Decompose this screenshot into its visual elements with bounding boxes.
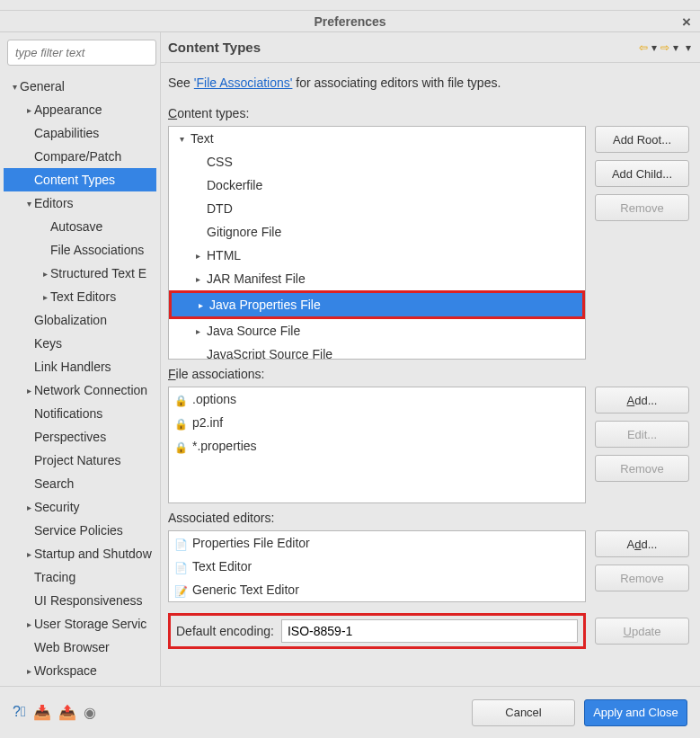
lock-icon xyxy=(174,393,187,405)
tree-item-perspectives[interactable]: Perspectives xyxy=(4,425,156,449)
back-menu-icon[interactable]: ▾ xyxy=(651,41,657,54)
cancel-button[interactable]: Cancel xyxy=(472,699,575,726)
associated-editors-label: Associated editors: xyxy=(168,511,689,525)
tree-item-editors[interactable]: ▾Editors xyxy=(4,191,156,215)
add-assoc-button[interactable]: Add... xyxy=(595,387,689,413)
title-bar: Preferences × xyxy=(0,11,700,32)
tree-item-tracing[interactable]: Tracing xyxy=(4,565,156,589)
generic-editor-icon xyxy=(174,583,187,596)
ct-gitignore[interactable]: Gitignore File xyxy=(169,220,585,244)
tree-item-general[interactable]: ▾General xyxy=(4,75,156,98)
chevron-down-icon: ▾ xyxy=(23,199,34,209)
close-icon[interactable]: × xyxy=(682,13,691,31)
fa-options[interactable]: .options xyxy=(169,387,585,411)
associated-editors-list[interactable]: Properties File Editor Text Editor Gener… xyxy=(168,530,586,602)
chevron-right-icon: ▸ xyxy=(23,386,34,396)
chevron-right-icon: ▸ xyxy=(40,292,50,302)
chevron-right-icon: ▸ xyxy=(196,274,207,284)
forward-menu-icon[interactable]: ▾ xyxy=(673,41,678,54)
ct-css[interactable]: CSS xyxy=(169,150,585,173)
remove-assoc-button: Remove xyxy=(595,455,689,482)
fa-p2inf[interactable]: p2.inf xyxy=(169,411,585,434)
chevron-right-icon: ▸ xyxy=(23,502,34,512)
default-encoding-label: Default encoding: xyxy=(176,624,274,638)
tree-item-globalization[interactable]: Globalization xyxy=(4,308,156,332)
edit-assoc-button: Edit... xyxy=(595,421,689,448)
chevron-right-icon: ▸ xyxy=(196,251,207,261)
tree-item-capabilities[interactable]: Capabilities xyxy=(4,121,156,145)
export-icon[interactable]: 📤 xyxy=(58,704,76,721)
chevron-right-icon: ▸ xyxy=(23,619,34,629)
tree-item-project-natures[interactable]: Project Natures xyxy=(4,449,156,472)
tree-item-content-types[interactable]: Content Types xyxy=(4,168,156,191)
ae-text-editor[interactable]: Text Editor xyxy=(169,555,585,578)
content-types-label: Content types: xyxy=(168,106,689,120)
tree-item-appearance[interactable]: ▸Appearance xyxy=(4,98,156,121)
chevron-down-icon: ▾ xyxy=(180,134,191,144)
remove-type-button: Remove xyxy=(595,194,689,221)
default-encoding-input[interactable] xyxy=(281,619,578,643)
lock-icon xyxy=(174,416,187,429)
tree-item-service-policies[interactable]: Service Policies xyxy=(4,519,156,542)
add-editor-button[interactable]: Add... xyxy=(595,530,689,557)
import-icon[interactable]: 📥 xyxy=(33,704,51,721)
document-icon xyxy=(174,560,187,573)
ae-properties-editor[interactable]: Properties File Editor xyxy=(169,531,585,555)
chevron-right-icon: ▸ xyxy=(40,269,50,279)
tree-item-workspace[interactable]: ▸Workspace xyxy=(4,659,156,679)
view-menu-icon[interactable]: ▾ xyxy=(686,41,691,54)
ct-dtd[interactable]: DTD xyxy=(169,197,585,220)
tree-item-user-storage[interactable]: ▸User Storage Servic xyxy=(4,612,156,636)
chevron-right-icon: ▸ xyxy=(199,300,209,310)
lock-icon xyxy=(174,440,187,452)
add-root-button[interactable]: Add Root... xyxy=(595,126,689,153)
tree-item-autosave[interactable]: Autosave xyxy=(4,215,156,238)
dialog-footer: ?⃝ 📥 📤 ◉ Cancel Apply and Close xyxy=(0,686,700,738)
chevron-right-icon: ▸ xyxy=(196,326,207,336)
add-child-button[interactable]: Add Child... xyxy=(595,160,689,187)
ct-js-source[interactable]: JavaScript Source File xyxy=(169,342,585,360)
chevron-down-icon: ▾ xyxy=(9,82,20,92)
ae-generic-text-editor[interactable]: Generic Text Editor xyxy=(169,578,585,601)
back-arrow-icon[interactable]: ⇦ xyxy=(639,41,648,54)
tree-item-compare-patch[interactable]: Compare/Patch xyxy=(4,145,156,168)
ct-java-properties[interactable]: ▸Java Properties File xyxy=(172,293,582,316)
tree-item-keys[interactable]: Keys xyxy=(4,332,156,355)
forward-arrow-icon[interactable]: ⇨ xyxy=(660,41,669,54)
document-icon xyxy=(174,537,187,549)
tree-item-web-browser[interactable]: Web Browser xyxy=(4,636,156,659)
sidebar: ▾General ▸Appearance Capabilities Compar… xyxy=(0,32,160,686)
help-icon[interactable]: ?⃝ xyxy=(13,704,26,721)
chevron-right-icon: ▸ xyxy=(23,666,34,676)
page-header: Content Types ⇦ ▾ ⇨ ▾ ▾ xyxy=(161,32,700,63)
tree-item-ui-responsiveness[interactable]: UI Responsiveness xyxy=(4,589,156,612)
ct-text[interactable]: ▾Text xyxy=(169,127,585,150)
page-title: Content Types xyxy=(168,40,261,55)
filter-input[interactable] xyxy=(7,40,156,66)
nav-history-icons: ⇦ ▾ ⇨ ▾ ▾ xyxy=(639,41,691,54)
tree-item-notifications[interactable]: Notifications xyxy=(4,402,156,425)
preferences-tree[interactable]: ▾General ▸Appearance Capabilities Compar… xyxy=(4,73,156,679)
fa-properties[interactable]: *.properties xyxy=(169,434,585,458)
tab-strip xyxy=(0,0,700,11)
ct-jar-manifest[interactable]: ▸JAR Manifest File xyxy=(169,267,585,290)
tree-item-link-handlers[interactable]: Link Handlers xyxy=(4,355,156,378)
ct-java-source[interactable]: ▸Java Source File xyxy=(169,319,585,342)
content-types-tree[interactable]: ▾Text CSS Dockerfile DTD Gitignore File … xyxy=(168,126,586,360)
tree-item-security[interactable]: ▸Security xyxy=(4,495,156,519)
file-associations-label: File associations: xyxy=(168,367,689,381)
tree-item-text-editors[interactable]: ▸Text Editors xyxy=(4,285,156,308)
chevron-right-icon: ▸ xyxy=(23,549,34,559)
tree-item-file-associations[interactable]: File Associations xyxy=(4,238,156,262)
file-associations-link[interactable]: 'File Associations' xyxy=(194,76,293,90)
apply-close-button[interactable]: Apply and Close xyxy=(584,699,687,726)
ct-html[interactable]: ▸HTML xyxy=(169,244,585,267)
tree-item-structured-text[interactable]: ▸Structured Text E xyxy=(4,262,156,285)
oomph-icon[interactable]: ◉ xyxy=(84,704,96,721)
file-associations-list[interactable]: .options p2.inf *.properties xyxy=(168,387,586,503)
ct-dockerfile[interactable]: Dockerfile xyxy=(169,173,585,197)
tree-item-network[interactable]: ▸Network Connection xyxy=(4,378,156,402)
tree-item-startup-shutdown[interactable]: ▸Startup and Shutdow xyxy=(4,542,156,565)
info-line: See 'File Associations' for associating … xyxy=(168,76,689,90)
tree-item-search[interactable]: Search xyxy=(4,472,156,495)
